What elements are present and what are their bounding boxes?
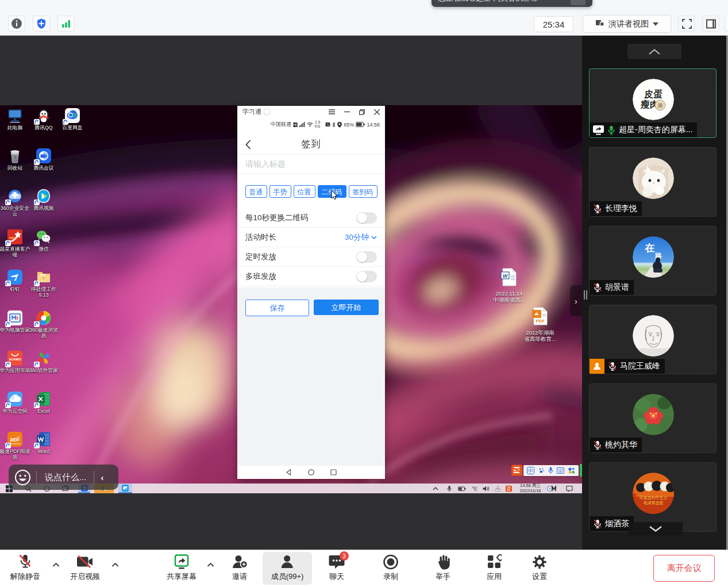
tray-huawei-m-icon[interactable]	[547, 485, 556, 492]
toggle-定时发放[interactable]	[356, 251, 377, 263]
toolbar-invite[interactable]: 邀请	[232, 553, 248, 582]
title-input[interactable]: 请输入标题	[237, 154, 385, 174]
desktop-icon-excel[interactable]: Excel	[28, 390, 60, 414]
svg-text:HUAWEI: HUAWEI	[9, 358, 21, 361]
taskbar-app-xuexitong[interactable]	[118, 484, 132, 493]
nav-home-icon[interactable]	[308, 469, 314, 475]
sidebar-expand-handle[interactable]: ›	[570, 285, 582, 316]
tray-volume-icon[interactable]	[483, 486, 490, 492]
toolbar-chevron-up[interactable]	[111, 561, 119, 568]
desktop-icon-recycle[interactable]: 回收站	[0, 147, 31, 171]
desktop-file-worddoc[interactable]: W 2022.11.14 中湖南省高...	[491, 267, 527, 304]
desktop-icon-browser360[interactable]: 360极速浏览器	[28, 309, 60, 339]
save-button[interactable]: 保存	[245, 300, 309, 316]
toolbar-apps[interactable]: 应用	[487, 553, 502, 582]
window-minimize-icon[interactable]	[344, 109, 350, 114]
sogou-logo-icon[interactable]	[511, 463, 522, 477]
desktop-icon-dingtalk[interactable]: 钉钉	[0, 268, 31, 292]
toolbar-settings[interactable]: 设置	[532, 553, 548, 582]
participant-tile[interactable]: 马克思列宁主义毛泽东思想 烟酒茶	[589, 462, 717, 532]
tray-mic-icon[interactable]	[447, 485, 452, 492]
desktop-icon-pdfreader[interactable]: PDF 极速PDF阅读器	[0, 431, 31, 461]
scroll-up-button[interactable]	[627, 44, 681, 59]
tray-chevron-up-icon[interactable]	[433, 486, 438, 491]
chat-input-placeholder[interactable]: 说点什么...	[45, 472, 87, 483]
grip-line	[586, 290, 587, 300]
collapse-chat-icon[interactable]: ‹	[101, 473, 104, 482]
toolbar-mic-muted[interactable]: 解除静音	[10, 553, 40, 582]
sogou-keyboard-icon[interactable]	[557, 467, 564, 474]
desktop-icon-word[interactable]: Word	[28, 431, 60, 454]
toolbar-members[interactable]: 成员(99+)	[271, 553, 304, 582]
desktop-icon-baidupan[interactable]: 百度网盘	[56, 107, 88, 131]
desktop-icon-qq[interactable]: 腾讯QQ	[28, 107, 60, 131]
desktop-file-pdfdoc[interactable]: PDF 2022年湖南 省高等教育...	[522, 306, 558, 343]
tray-notification-icon[interactable]	[566, 485, 573, 492]
desktop-icon-folder[interactable]: 待处理工作 9.13	[28, 268, 60, 298]
toolbar-raise-hand[interactable]: 举手	[436, 553, 450, 582]
sogou-toolbox-icon[interactable]	[568, 467, 575, 474]
desktop-icon-soft360[interactable]: 360软件管家	[28, 350, 60, 373]
panel-resize-grip[interactable]	[584, 290, 587, 300]
window-menu-icon[interactable]	[329, 109, 335, 114]
participant-tile[interactable]: 皮蛋瘦肉周 超星-周奕杏的屏幕...	[589, 68, 717, 138]
scroll-down-button[interactable]	[629, 522, 683, 535]
cloud360-icon	[6, 187, 24, 205]
desktop-icon-hwstore[interactable]: HUAWEI 华为应用市场	[0, 350, 31, 373]
participant-tile[interactable]: 长理李悦	[589, 147, 717, 217]
network-quality-button[interactable]	[57, 16, 75, 32]
tray-touchkb-icon[interactable]	[495, 486, 501, 492]
desktop-icon-wechat[interactable]: 微信	[28, 228, 60, 252]
app-window-titlebar: 学习通	[237, 106, 385, 118]
tab-手势[interactable]: 手势	[269, 185, 291, 198]
sogou-paw-icon[interactable]	[538, 467, 545, 474]
desktop-icon-label: 此电脑	[7, 125, 22, 131]
svg-text:中: 中	[528, 467, 533, 473]
tray-wifi-off-icon[interactable]	[472, 486, 478, 492]
tab-位置[interactable]: 位置	[294, 185, 315, 198]
nav-back-icon[interactable]	[286, 469, 292, 475]
toolbar-chevron-up[interactable]	[52, 561, 60, 568]
side-panel-toggle-button[interactable]	[702, 16, 719, 32]
toolbar-camera-off[interactable]: 开启视频	[70, 553, 100, 582]
meeting-info-button[interactable]	[8, 16, 25, 32]
svg-text:在: 在	[645, 243, 655, 254]
desktop-icon-tmeeting[interactable]: 腾讯会议	[28, 147, 60, 171]
banner-option-button[interactable]	[571, 0, 586, 5]
chaoxing-icon	[6, 228, 24, 245]
desktop-icon-chaoxing[interactable]: 超星直播客户端	[0, 228, 31, 258]
nav-recents-icon[interactable]	[330, 469, 337, 475]
desktop-icon-tvideo[interactable]: 腾讯视频	[28, 187, 60, 211]
sogou-mic-icon[interactable]	[548, 467, 553, 474]
leave-meeting-button[interactable]: 离开会议	[653, 555, 715, 582]
participant-tile[interactable]: 在路 胡景谱	[589, 226, 717, 296]
fullscreen-button[interactable]	[678, 16, 695, 32]
toggle-多班发放[interactable]	[356, 271, 377, 282]
duration-value[interactable]: 30分钟	[345, 232, 369, 243]
tray-sogou-icon[interactable]	[506, 485, 512, 492]
toggle-每10秒更换二维码[interactable]	[356, 212, 377, 224]
view-mode-dropdown[interactable]: 演讲者视图	[583, 15, 671, 33]
toolbar-chevron-up[interactable]	[207, 561, 214, 568]
window-restore-icon[interactable]	[359, 109, 365, 115]
security-button[interactable]	[33, 16, 50, 32]
desktop-icon-pc[interactable]: 此电脑	[0, 107, 31, 131]
tray-clock[interactable]: 14:58 周三 2022/11/16	[515, 484, 545, 493]
participant-tile[interactable]: 桃灼其华	[589, 383, 717, 453]
toolbar-record[interactable]: 录制	[383, 553, 399, 582]
start-now-button[interactable]: 立即开始	[314, 300, 379, 315]
tab-普通[interactable]: 普通	[245, 185, 267, 198]
toolbar-share-screen[interactable]: 共享屏幕	[167, 553, 197, 582]
svg-text:PDF: PDF	[10, 437, 21, 443]
desktop-icon-cloud360[interactable]: 360企业安全云	[0, 187, 31, 217]
window-close-icon[interactable]	[374, 109, 380, 115]
quick-chat-overlay[interactable]: 说点什么... ‹	[9, 465, 118, 490]
tray-battery-icon[interactable]	[458, 486, 466, 491]
emoji-smiley-icon[interactable]	[15, 470, 30, 485]
sogou-cn-mode-icon[interactable]: 中	[527, 467, 534, 474]
mouse-cursor	[331, 190, 338, 201]
desktop-icon-hwmanager[interactable]: 华为电脑管家	[0, 309, 31, 333]
desktop-icon-hwcloud[interactable]: 华为云空间	[0, 390, 31, 414]
participant-tile[interactable]: 马院王威峰	[589, 305, 717, 374]
tab-签到码[interactable]: 签到码	[349, 185, 378, 198]
